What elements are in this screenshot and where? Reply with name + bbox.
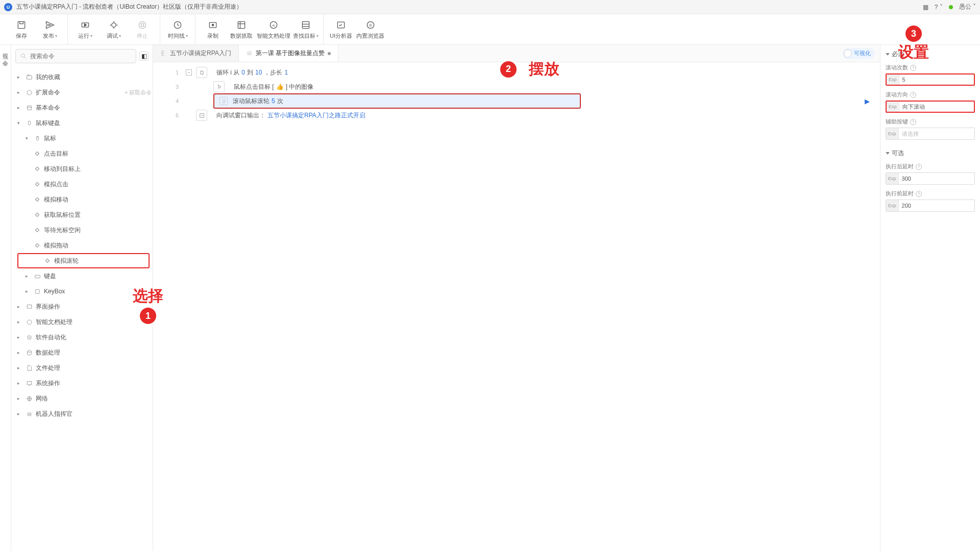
tree-move-to-target[interactable]: 移动到目标上 [11, 161, 153, 177]
tab-project[interactable]: 五节小课搞定RPA入门 [153, 45, 239, 62]
tab-lesson1[interactable]: 第一课 基于图像批量点赞 [239, 45, 338, 62]
svg-point-27 [27, 350, 31, 352]
status-dot-icon [949, 5, 953, 9]
line-number: 3 [157, 84, 182, 90]
tree-click-target[interactable]: 点击目标 [11, 146, 153, 161]
tree-ui-ops[interactable]: ▸界面操作 [11, 299, 153, 314]
svg-rect-4 [141, 23, 144, 26]
publish-button[interactable]: 发布▾ [37, 16, 63, 43]
input-aux-key[interactable]: Exp请选择 [886, 128, 975, 140]
label-scroll-count: 滚动次数? [886, 64, 975, 71]
tabbar: 五节小课搞定RPA入门 第一课 基于图像批量点赞 可视化 [153, 45, 880, 62]
tree-smartdoc[interactable]: ▸智能文档处理 [11, 314, 153, 330]
svg-point-7 [212, 24, 213, 26]
find-target-button[interactable]: 查找目标▾ [292, 16, 319, 43]
input-delay-after[interactable]: Exp300 [886, 172, 975, 185]
output-icon [196, 110, 207, 121]
help-icon[interactable]: ? ˅ [935, 4, 943, 11]
label-delay-after: 执行后延时? [886, 163, 975, 170]
svg-point-24 [27, 320, 32, 324]
line-number: 4 [157, 98, 182, 104]
svg-rect-0 [18, 21, 24, 28]
tree-basic[interactable]: ▸基本命令 [11, 100, 153, 115]
label-delay-before: 执行前延时? [886, 190, 975, 197]
svg-point-25 [27, 335, 31, 339]
tree-extensions[interactable]: ▸扩展命令+ 获取命令 [11, 85, 153, 100]
section-optional[interactable]: 可选 [886, 149, 975, 158]
smartdoc-button[interactable]: AI智能文档处理 [257, 16, 290, 43]
app-logo-icon: U [4, 3, 12, 11]
output-command[interactable]: 向调试窗口输出：五节小课搞定RPA入门之路正式开启 [211, 109, 876, 122]
capture-button[interactable]: 数据抓取 [228, 16, 255, 43]
user-menu[interactable]: 愚公 ˅ [959, 3, 976, 11]
click-command[interactable]: 鼠标点击目标 [ 👍 ] 中的图像 [229, 80, 876, 93]
visual-toggle[interactable]: 可视化 [843, 48, 875, 59]
click-icon [213, 81, 225, 92]
collapse-panel-icon[interactable]: ◧ [139, 52, 149, 61]
label-aux-key: 辅助按键? [886, 118, 975, 126]
svg-point-32 [30, 414, 30, 414]
debug-button[interactable]: 调试▾ [101, 16, 127, 43]
timeline-button[interactable]: 时间线▾ [164, 16, 191, 43]
tree-sim-wheel[interactable]: 模拟滚轮 [17, 253, 150, 268]
toolbar: 保存 发布▾ 运行▾ 调试▾ 停止 时间线▾ 录制 数据抓取 AI智能文档处理 … [0, 14, 980, 45]
line-number: 1 [157, 69, 182, 76]
tree-softauto[interactable]: ▸软件自动化 [11, 330, 153, 345]
svg-rect-19 [28, 121, 30, 125]
fold-icon[interactable]: − [186, 69, 192, 76]
tree-fileproc[interactable]: ▸文件处理 [11, 360, 153, 375]
editor-area: 五节小课搞定RPA入门 第一课 基于图像批量点赞 可视化 1 − 循环 i 从 … [153, 45, 880, 551]
app-title: 五节小课搞定RPA入门 - 流程创造者（UiBot Creator）社区版（仅用… [16, 3, 242, 11]
tree-mouse-keyboard[interactable]: ▾鼠标键盘 [11, 115, 153, 131]
section-required[interactable]: 必选 [886, 50, 975, 59]
save-button[interactable]: 保存 [8, 16, 35, 43]
run-button[interactable]: 运行▾ [72, 16, 99, 43]
svg-rect-8 [238, 21, 244, 28]
tree-wait-cursor[interactable]: 等待光标空闲 [11, 222, 153, 238]
thumbs-up-icon: 👍 [276, 83, 284, 90]
command-tree: ▸我的收藏 ▸扩展命令+ 获取命令 ▸基本命令 ▾鼠标键盘 ▾鼠标 点击目标 移… [11, 67, 153, 551]
svg-text:B: B [369, 23, 372, 27]
input-scroll-dir[interactable]: Exp向下滚动 [886, 101, 975, 113]
svg-marker-17 [27, 90, 32, 95]
tree-sim-drag[interactable]: 模拟拖动 [11, 238, 153, 253]
svg-rect-22 [35, 289, 39, 293]
svg-point-31 [28, 414, 29, 414]
apps-icon[interactable]: ▦ [923, 4, 928, 11]
tree-mouse[interactable]: ▾鼠标 [11, 131, 153, 146]
titlebar: U 五节小课搞定RPA入门 - 流程创造者（UiBot Creator）社区版（… [0, 0, 980, 14]
tree-robot[interactable]: ▸机器人指挥官 [11, 406, 153, 421]
get-command-link[interactable]: + 获取命令 [125, 89, 152, 96]
svg-text:AI: AI [272, 23, 275, 27]
tree-sim-click[interactable]: 模拟点击 [11, 177, 153, 192]
tree-dataproc[interactable]: ▸数据处理 [11, 345, 153, 360]
tree-sim-move[interactable]: 模拟移动 [11, 192, 153, 207]
run-step-icon[interactable]: ▶ [865, 97, 870, 105]
tree-network[interactable]: ▸网络 [11, 391, 153, 406]
tree-favorites[interactable]: ▸我的收藏 [11, 69, 153, 85]
tree-keyboard[interactable]: ▸键盘 [11, 268, 153, 284]
unsaved-dot-icon [328, 52, 331, 55]
browser-button[interactable]: B内置浏览器 [356, 16, 384, 43]
svg-rect-23 [27, 305, 32, 308]
line-number: 6 [157, 112, 182, 118]
input-delay-before[interactable]: Exp200 [886, 199, 975, 212]
svg-point-26 [29, 337, 30, 338]
svg-point-15 [21, 54, 24, 57]
stop-button[interactable]: 停止 [129, 16, 156, 43]
tree-get-pos[interactable]: 获取鼠标位置 [11, 207, 153, 222]
svg-rect-33 [223, 99, 225, 103]
search-input[interactable] [15, 49, 136, 63]
svg-point-2 [112, 22, 116, 27]
svg-rect-28 [27, 381, 32, 384]
loop-command[interactable]: 循环 i 从 0 到 10 ，步长 1 [211, 66, 876, 79]
tree-sysops[interactable]: ▸系统操作 [11, 375, 153, 391]
input-scroll-count[interactable]: Exp5 [886, 73, 975, 86]
scroll-command[interactable]: 滚动鼠标滚轮 5 次 [213, 93, 581, 109]
svg-point-3 [139, 21, 145, 28]
record-button[interactable]: 录制 [200, 16, 226, 43]
code-area[interactable]: 1 − 循环 i 从 0 到 10 ，步长 1 3 鼠标点击目标 [ 👍 ] 中… [153, 62, 880, 551]
ui-analyzer-button[interactable]: UI分析器 [328, 16, 354, 43]
tree-keybox[interactable]: ▸KeyBox [11, 284, 153, 299]
loop-icon [196, 67, 207, 78]
